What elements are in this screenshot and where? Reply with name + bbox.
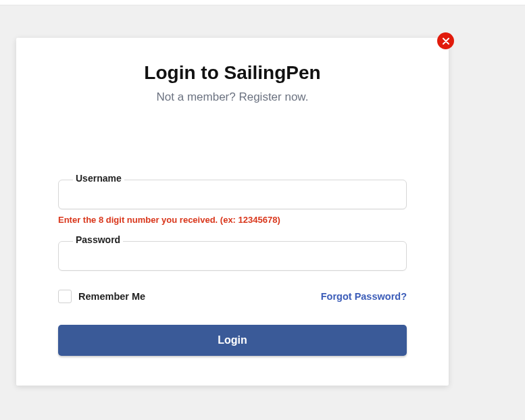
close-icon [443, 38, 449, 45]
remember-checkbox[interactable] [58, 290, 72, 303]
remember-label: Remember Me [78, 291, 145, 302]
password-label: Password [73, 234, 123, 245]
username-label: Username [73, 173, 124, 184]
login-button[interactable]: Login [58, 325, 407, 356]
options-row: Remember Me Forgot Password? [58, 290, 407, 303]
modal-subtitle: Not a member? Register now. [58, 90, 407, 104]
close-button[interactable] [437, 32, 454, 49]
modal-title: Login to SailingPen [58, 62, 407, 84]
username-error: Enter the 8 digit number you received. (… [58, 215, 407, 225]
stage: Login to SailingPen Not a member? Regist… [0, 5, 525, 420]
forgot-password-link[interactable]: Forgot Password? [321, 291, 407, 302]
remember-wrap: Remember Me [58, 290, 145, 303]
password-input[interactable] [58, 241, 407, 271]
top-strip [0, 0, 525, 5]
username-input[interactable] [58, 180, 407, 209]
password-field-wrap: Password [58, 241, 407, 271]
login-modal: Login to SailingPen Not a member? Regist… [16, 38, 449, 386]
login-form: Username Enter the 8 digit number you re… [58, 180, 407, 356]
username-field-wrap: Username [58, 180, 407, 209]
